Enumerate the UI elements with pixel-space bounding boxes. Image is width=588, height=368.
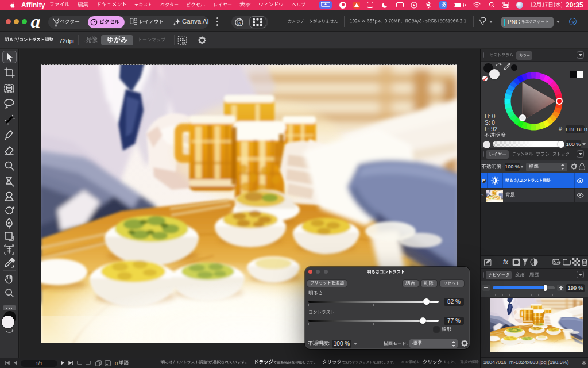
- svg-text:A: A: [238, 21, 241, 25]
